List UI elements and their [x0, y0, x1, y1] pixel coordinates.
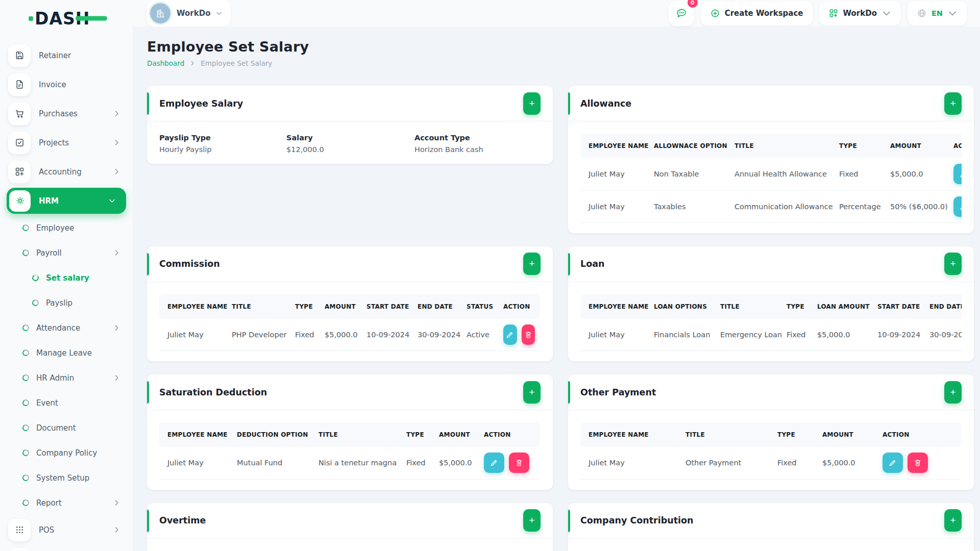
add-button[interactable]: + — [944, 509, 962, 532]
actions-cell — [945, 158, 962, 190]
app-logo[interactable]: DASH — [0, 0, 133, 37]
card-title: Employee Salary — [159, 98, 243, 109]
bullet-ring-icon — [22, 449, 30, 457]
column-header: EMPLOYEE NAME — [159, 294, 224, 319]
add-button[interactable]: + — [523, 509, 541, 532]
column-header: AMOUNT — [882, 134, 945, 158]
language-selector[interactable]: EN — [908, 1, 967, 26]
column-header: TYPE — [287, 294, 316, 319]
table-cell: Financials Loan — [646, 319, 712, 351]
table-cell: Juliet May — [580, 190, 646, 222]
sidebar-item-employee[interactable]: Employee — [0, 215, 133, 240]
create-workspace-button[interactable]: Create Workspace — [701, 1, 813, 26]
field: Account TypeHorizon Bank cash — [414, 134, 541, 154]
delete-button[interactable] — [509, 453, 529, 473]
column-header: TYPE — [769, 422, 814, 447]
sidebar-item-retainer[interactable]: Retainer — [0, 41, 133, 70]
bullet-ring-icon — [22, 324, 30, 332]
sidebar-item-attendance[interactable]: Attendance — [0, 315, 133, 340]
sidebar-item-label: Set salary — [46, 273, 89, 283]
card-body: EMPLOYEE NAMEDEDUCTION OPTIONTITLETYPEAM… — [147, 410, 553, 490]
table-cell: Fixed — [778, 319, 809, 351]
workspace-selector[interactable]: WorkDo — [147, 0, 231, 27]
sidebar-item-event[interactable]: Event — [0, 390, 133, 415]
card-header: Commission+ — [147, 246, 553, 282]
field-label: Salary — [286, 134, 414, 142]
delete-button[interactable] — [522, 324, 535, 345]
edit-button[interactable] — [883, 453, 903, 473]
table-row: Juliet MayTaxablesCommunication Allowanc… — [580, 190, 962, 222]
field-value: Hourly Payslip — [159, 145, 286, 154]
table-cell: Communication Allowance — [726, 190, 831, 222]
chevron-right-icon — [189, 60, 195, 66]
messages-button[interactable]: 0 — [669, 1, 694, 26]
add-button[interactable]: + — [944, 92, 962, 115]
sidebar-item-manage-leave[interactable]: Manage Leave — [0, 340, 133, 365]
card-header: Loan+ — [568, 246, 974, 282]
card-title: Loan — [580, 259, 604, 269]
edit-button[interactable] — [484, 453, 504, 473]
add-button[interactable]: + — [944, 381, 962, 404]
bullet-ring-icon — [22, 249, 30, 257]
add-button[interactable]: + — [523, 92, 541, 115]
add-button[interactable]: + — [523, 253, 541, 275]
table-cell: Juliet May — [580, 447, 677, 479]
column-header: AMOUNT — [431, 422, 476, 447]
card-body: Payslip TypeHourly PayslipSalary$12,000.… — [147, 121, 553, 164]
sidebar-item-invoice[interactable]: Invoice — [0, 70, 133, 99]
sidebar-item-label: Employee — [36, 223, 74, 233]
sidebar-item-pos[interactable]: POS — [0, 515, 133, 544]
sidebar-item-report[interactable]: Report — [0, 490, 133, 515]
sidebar-item-hr-admin[interactable]: HR Admin — [0, 365, 133, 390]
column-header: ACTION — [874, 422, 961, 447]
delete-button[interactable] — [908, 453, 928, 473]
table-cell: 30-09-2024 — [921, 319, 962, 351]
workdo-menu-button[interactable]: WorkDo — [819, 1, 901, 26]
table-cell: 10-09-2024 — [358, 319, 409, 351]
sidebar-item-accounting[interactable]: Accounting — [0, 157, 133, 186]
breadcrumb-dashboard-link[interactable]: Dashboard — [147, 59, 184, 67]
edit-button[interactable] — [953, 196, 962, 217]
breadcrumb: Dashboard Employee Set Salary — [147, 59, 974, 67]
plus-circle-icon — [710, 8, 720, 18]
sidebar-item-system-setup[interactable]: System Setup — [0, 465, 133, 490]
sidebar-item-payslip[interactable]: Payslip — [0, 290, 133, 315]
table-row: Juliet MayOther PaymentFixed$5,000.0 — [580, 447, 961, 479]
sidebar-item-label: Purchases — [39, 109, 78, 118]
chevron-down-icon — [947, 8, 958, 18]
edit-button[interactable] — [503, 324, 517, 345]
sidebar-item-projects[interactable]: Projects — [0, 128, 133, 157]
chevron-right-icon — [113, 324, 120, 332]
sidebar-item-document[interactable]: Document — [0, 415, 133, 440]
card-header: Overtime+ — [147, 503, 553, 539]
column-header: END DATE — [921, 294, 962, 319]
table-row: Juliet MayPHP DeveloperFixed$5,000.010-0… — [159, 319, 540, 351]
column-header: STATUS — [458, 294, 495, 319]
sidebar-item-label: Manage Leave — [36, 348, 92, 358]
column-header: TYPE — [831, 134, 882, 158]
sidebar-item-company-policy[interactable]: Company Policy — [0, 440, 133, 465]
table-cell: $5,000.0 — [809, 319, 869, 351]
card-title: Company Contribution — [580, 515, 694, 525]
field-value: $12,000.0 — [286, 145, 414, 154]
table-cell: Active — [458, 319, 495, 351]
column-header: TITLE — [224, 294, 287, 319]
sidebar-item-purchases[interactable]: Purchases — [0, 99, 133, 128]
sidebar-item-payroll[interactable]: Payroll — [0, 240, 133, 265]
column-header: AMOUNT — [814, 422, 874, 447]
column-header: EMPLOYEE NAME — [580, 294, 646, 319]
sidebar-item-hrm[interactable]: HRM — [7, 188, 126, 214]
edit-button[interactable] — [953, 164, 962, 184]
overtime-card: Overtime+ — [147, 503, 553, 551]
create-workspace-label: Create Workspace — [725, 9, 803, 18]
card-body: EMPLOYEE NAMETITLETYPEAMOUNTSTART DATEEN… — [147, 282, 553, 362]
sidebar-item-set-salary[interactable]: Set salary — [0, 265, 133, 290]
card-title: Saturation Deduction — [159, 387, 267, 397]
add-button[interactable]: + — [944, 253, 962, 275]
card-header: Saturation Deduction+ — [147, 374, 553, 410]
sidebar-item-crm[interactable]: CRM — [0, 544, 133, 551]
add-button[interactable]: + — [523, 381, 541, 404]
sidebar-item-label: Projects — [39, 138, 69, 147]
cards-grid: Employee Salary+Payslip TypeHourly Paysl… — [147, 86, 974, 551]
app-root: DASH RetainerInvoicePurchasesProjectsAcc… — [0, 0, 980, 551]
